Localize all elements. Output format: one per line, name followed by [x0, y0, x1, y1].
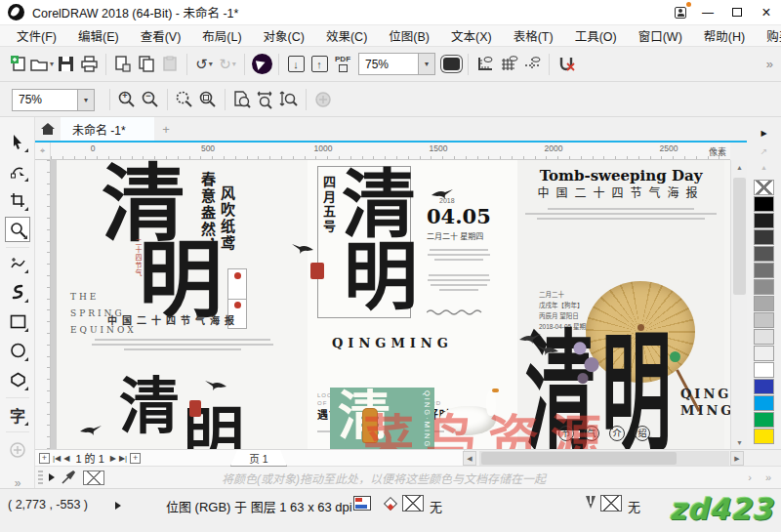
horizontal-ruler[interactable]: 0 500 1000 1500 2000 2500 像素	[51, 143, 730, 160]
color-swatch[interactable]	[754, 412, 774, 428]
redo-button[interactable]: ↻▾	[216, 52, 239, 77]
artistic-media-tool[interactable]	[5, 279, 30, 305]
horizontal-scroll-thumb[interactable]	[481, 452, 677, 465]
scroll-down-arrow[interactable]: ▼	[731, 435, 748, 449]
add-tools-button[interactable]	[5, 437, 30, 463]
snap-off-button[interactable]	[555, 52, 578, 77]
page-1-tab[interactable]: 页 1	[230, 450, 287, 467]
account-button[interactable]	[668, 0, 693, 24]
color-swatch[interactable]	[754, 329, 774, 345]
menu-tools[interactable]: 工具(O)	[564, 24, 628, 47]
export-button[interactable]: ↑	[308, 52, 331, 77]
minimize-button[interactable]: —	[693, 0, 722, 24]
prev-page-button[interactable]: ◀	[63, 454, 69, 463]
palette-flyout-arrow[interactable]: ▶	[747, 129, 781, 138]
undo-dropdown-arrow[interactable]: ▾	[209, 60, 213, 68]
new-document-button[interactable]	[7, 52, 30, 77]
color-swatch[interactable]	[754, 346, 774, 361]
undo-button[interactable]: ↺▾	[192, 52, 216, 77]
zoom-to-page-height-button[interactable]	[277, 87, 301, 112]
menu-file[interactable]: 文件(F)	[6, 24, 67, 47]
add-page-before-button[interactable]: +	[39, 453, 50, 464]
menu-effects[interactable]: 效果(C)	[315, 24, 378, 47]
menu-help[interactable]: 帮助(H)	[693, 24, 756, 47]
zoom-level-combo[interactable]: 75% ▾	[358, 53, 435, 75]
zoom-to-page-button[interactable]	[230, 87, 254, 112]
zoom-to-all-objects-button[interactable]	[196, 87, 220, 112]
show-guidelines-button[interactable]	[520, 52, 544, 77]
palette-overflow-chevron[interactable]: »	[765, 471, 771, 483]
zoom-level-value[interactable]: 75%	[358, 53, 419, 75]
document-tab-active[interactable]: 未命名 -1*	[61, 117, 154, 141]
publish-pdf-button[interactable]: PDF	[331, 52, 354, 77]
zoom-to-selection-button[interactable]	[173, 87, 196, 112]
vertical-scroll-thumb[interactable]	[733, 178, 746, 295]
pick-tool[interactable]	[5, 129, 30, 154]
show-rulers-button[interactable]	[473, 52, 497, 77]
zoom-out-button[interactable]: −	[139, 87, 162, 112]
menu-text[interactable]: 文本(X)	[440, 24, 503, 47]
cut-button[interactable]	[111, 52, 135, 77]
horizontal-scrollbar[interactable]	[479, 451, 729, 466]
print-button[interactable]	[77, 52, 101, 77]
first-page-button[interactable]: |◀	[53, 454, 61, 463]
palette-drag-grip[interactable]	[38, 471, 43, 484]
menu-buy[interactable]: 购买	[756, 24, 781, 47]
scroll-left-button[interactable]: ◀	[463, 451, 476, 466]
zoom-percent-dropdown-arrow[interactable]: ▾	[78, 89, 95, 111]
rectangle-tool[interactable]	[5, 308, 30, 334]
import-button[interactable]: ↓	[284, 52, 308, 77]
zoom-percent-combo[interactable]: 75% ▾	[12, 89, 95, 111]
color-swatch[interactable]	[754, 296, 774, 311]
palette-scroll-chevron[interactable]: ›	[748, 471, 752, 483]
ruler-origin[interactable]: ⌖	[35, 143, 51, 160]
welcome-home-button[interactable]	[35, 117, 61, 141]
color-swatch[interactable]	[754, 229, 774, 245]
status-flyout-triangle[interactable]	[115, 502, 121, 510]
palette-flyout-triangle[interactable]	[49, 473, 55, 481]
last-page-button[interactable]: ▶|	[119, 454, 127, 463]
crop-tool[interactable]	[5, 187, 30, 213]
outline-color-swatch[interactable]	[600, 495, 622, 512]
color-swatch[interactable]	[754, 263, 774, 278]
document-color-settings-icon[interactable]	[353, 496, 371, 511]
color-swatch[interactable]	[754, 312, 774, 328]
zoom-tool[interactable]	[5, 217, 30, 242]
menu-edit[interactable]: 编辑(E)	[67, 24, 130, 47]
fill-color-swatch[interactable]	[402, 495, 424, 512]
ellipse-tool[interactable]	[5, 338, 30, 363]
color-swatch[interactable]	[754, 362, 774, 378]
drawing-canvas[interactable]: 清 春意盎然， 风吹纸鸢 明 二十四节气 THE SPRING EQUINOX …	[51, 160, 730, 449]
polygon-tool[interactable]	[5, 367, 30, 392]
close-button[interactable]: ×	[752, 0, 781, 24]
fullscreen-preview-button[interactable]	[439, 52, 463, 77]
swatch-no-color[interactable]	[754, 180, 774, 195]
next-page-button[interactable]: ▶	[110, 454, 116, 463]
menu-view[interactable]: 查看(V)	[130, 24, 192, 47]
menu-layout[interactable]: 布局(L)	[191, 24, 252, 47]
palette-scroll-up[interactable]: ▲	[747, 164, 781, 171]
vertical-scrollbar[interactable]: ▲ ▼	[730, 160, 747, 449]
freehand-tool[interactable]	[5, 250, 30, 275]
color-swatch[interactable]	[754, 379, 774, 394]
open-button[interactable]: ▾	[30, 52, 54, 77]
color-swatch[interactable]	[754, 429, 774, 444]
add-page-after-button[interactable]: +	[130, 453, 141, 464]
paste-button[interactable]	[158, 52, 182, 77]
scroll-right-button[interactable]: ▶	[730, 451, 744, 466]
maximize-button[interactable]	[722, 0, 752, 24]
save-button[interactable]	[54, 52, 77, 77]
color-swatch[interactable]	[754, 196, 774, 212]
menu-window[interactable]: 窗口(W)	[628, 24, 693, 47]
eyedropper-icon[interactable]	[61, 471, 75, 485]
color-swatch[interactable]	[754, 213, 774, 228]
menu-table[interactable]: 表格(T)	[503, 24, 564, 47]
zoom-level-dropdown-arrow[interactable]: ▾	[419, 53, 435, 75]
menu-object[interactable]: 对象(C)	[253, 24, 315, 47]
document-palette-empty-swatch[interactable]	[83, 471, 104, 485]
zoom-in-button[interactable]: +	[115, 87, 139, 112]
color-swatch[interactable]	[754, 279, 774, 295]
show-grid-button[interactable]	[497, 52, 520, 77]
vertical-ruler[interactable]	[35, 160, 51, 449]
search-content-button[interactable]	[250, 52, 273, 77]
